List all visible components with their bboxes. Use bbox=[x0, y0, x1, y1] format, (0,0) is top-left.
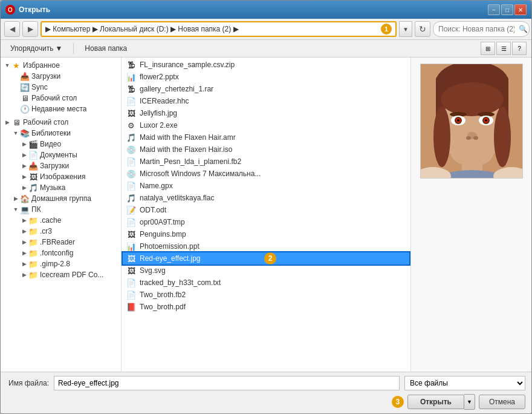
bottom-bar: Имя файла: Все файлы 3 Открыть ▼ Отмена bbox=[1, 372, 531, 413]
file-name-label: Martin_Pesn_lda_i_plameni.fb2 bbox=[140, 157, 241, 166]
help-button[interactable]: ? bbox=[512, 42, 527, 55]
open-dropdown-button[interactable]: ▼ bbox=[464, 394, 475, 410]
tree-desktop1[interactable]: 🖥 Рабочий стол bbox=[1, 93, 121, 104]
cache-label: .cache bbox=[40, 216, 61, 225]
tree-pc[interactable]: ▼ 💻 ПК bbox=[1, 204, 121, 215]
music-icon: 🎵 bbox=[28, 183, 38, 192]
downloads-icon: 📥 bbox=[20, 72, 30, 80]
tree-sync[interactable]: 🔄 Sync bbox=[1, 82, 121, 93]
file-item[interactable]: 📊Photoemission.ppt bbox=[123, 240, 409, 252]
file-item[interactable]: 📊flower2.pptx bbox=[123, 71, 409, 83]
file-type-icon: 💿 bbox=[125, 169, 137, 179]
fbreader-label: .FBReader bbox=[40, 238, 75, 246]
file-item[interactable]: 📕Two_broth.pdf bbox=[123, 301, 409, 313]
filetype-select[interactable]: Все файлы bbox=[404, 376, 525, 390]
file-item[interactable]: 📄ICEReader.hhc bbox=[123, 95, 409, 107]
file-item[interactable]: 🖼Svg.svg bbox=[123, 264, 409, 277]
file-item[interactable]: 🖼Penguins.bmp bbox=[123, 228, 409, 240]
icecream-folder-icon: 📁 bbox=[28, 271, 38, 279]
list-view-button[interactable]: ☰ bbox=[496, 42, 511, 55]
video-label: Видео bbox=[40, 140, 61, 148]
file-type-icon: 🖼 bbox=[125, 229, 137, 239]
file-type-icon: 🗜 bbox=[125, 60, 137, 70]
file-item[interactable]: 🖼Red-eye_effect.jpg2 bbox=[123, 252, 409, 264]
tree-homegroup[interactable]: ▶ 🏠 Домашняя группа bbox=[1, 193, 121, 204]
tree-fbreader[interactable]: ▶ 📁 .FBReader bbox=[1, 237, 121, 248]
file-item[interactable]: 💿Maid with the Flaxen Hair.iso bbox=[123, 143, 409, 156]
file-item[interactable]: 🗜gallery_chertezhi_1.rar bbox=[123, 83, 409, 95]
file-item[interactable]: 📄Two_broth.fb2 bbox=[123, 289, 409, 301]
file-item[interactable]: 📄opr00A9T.tmp bbox=[123, 216, 409, 228]
tree-video[interactable]: ▶ 🎬 Видео bbox=[1, 139, 121, 150]
tree-cache[interactable]: ▶ 📁 .cache bbox=[1, 215, 121, 226]
tree-desktop2[interactable]: ▶ 🖥 Рабочий стол bbox=[1, 117, 121, 128]
file-type-icon: 📄 bbox=[125, 181, 137, 191]
file-type-icon: 🖼 bbox=[125, 254, 137, 263]
tree-documents[interactable]: ▶ 📄 Документы bbox=[1, 150, 121, 160]
tree-downloads2[interactable]: ▶ 📥 Загрузки bbox=[1, 160, 121, 171]
organize-button[interactable]: Упорядочить ▼ bbox=[5, 43, 67, 54]
file-name-label: FL_insurance_sample.csv.zip bbox=[140, 61, 235, 69]
cancel-button[interactable]: Отмена bbox=[479, 395, 525, 409]
tree-music[interactable]: ▶ 🎵 Музыка bbox=[1, 182, 121, 193]
grid-view-button[interactable]: ⊞ bbox=[481, 42, 495, 55]
file-name-label: Svg.svg bbox=[140, 266, 166, 275]
file-item[interactable]: 🗜FL_insurance_sample.csv.zip bbox=[123, 59, 409, 71]
file-name-label: Name.gpx bbox=[140, 182, 173, 190]
file-name-label: flower2.pptx bbox=[140, 73, 179, 81]
svg-point-13 bbox=[457, 119, 459, 122]
filename-label: Имя файла: bbox=[7, 379, 49, 387]
forward-button[interactable]: ▶ bbox=[22, 21, 38, 37]
favorites-label: Избранное bbox=[23, 61, 60, 70]
file-name-label: Photoemission.ppt bbox=[140, 242, 199, 251]
file-type-icon: 📝 bbox=[125, 205, 137, 215]
tree-recent[interactable]: 🕐 Недавние места bbox=[1, 104, 121, 114]
filename-input[interactable] bbox=[54, 376, 400, 390]
tree-downloads[interactable]: 📥 Загрузки bbox=[1, 71, 121, 82]
desktop-icon: 🖥 bbox=[20, 94, 30, 102]
file-item[interactable]: 💿Microsoft Windows 7 Максимальна... bbox=[123, 168, 409, 180]
address-bar[interactable]: ▶ Компьютер ▶ Локальный диск (D:) ▶ Нова… bbox=[41, 21, 397, 37]
fontconfig-folder-icon: 📁 bbox=[28, 249, 38, 257]
icecream-label: Icecream PDF Co... bbox=[40, 271, 103, 279]
tree-images[interactable]: ▶ 🖼 Изображения bbox=[1, 171, 121, 182]
tree-gimp[interactable]: ▶ 📁 .gimp-2.8 bbox=[1, 258, 121, 269]
fbreader-folder-icon: 📁 bbox=[28, 238, 38, 246]
tree-libraries[interactable]: ▼ 📚 Библиотеки bbox=[1, 128, 121, 139]
search-input[interactable] bbox=[433, 21, 530, 37]
file-name-label: ICEReader.hhc bbox=[140, 97, 189, 105]
address-toolbar: ◀ ▶ ▶ Компьютер ▶ Локальный диск (D:) ▶ … bbox=[1, 19, 531, 40]
desktop1-label: Рабочий стол bbox=[31, 94, 77, 102]
file-item[interactable]: ⚙Luxor 2.exe bbox=[123, 119, 409, 131]
pc-label: ПК bbox=[31, 205, 41, 214]
gimp-label: .gimp-2.8 bbox=[40, 260, 70, 268]
refresh-button[interactable]: ↻ bbox=[415, 21, 430, 37]
open-button[interactable]: Открыть bbox=[407, 395, 464, 409]
arrow-icon: ▼ bbox=[3, 62, 11, 68]
desktop2-label: Рабочий стол bbox=[23, 118, 68, 126]
file-item[interactable]: 🖼Jellyfish.jpg bbox=[123, 107, 409, 119]
file-item[interactable]: 📝ODT.odt bbox=[123, 204, 409, 216]
file-item[interactable]: 📄Martin_Pesn_lda_i_plameni.fb2 bbox=[123, 156, 409, 168]
close-button[interactable]: ✕ bbox=[514, 4, 527, 15]
file-name-label: natalya_vetlitskaya.flac bbox=[140, 194, 214, 202]
tree-cr3[interactable]: ▶ 📁 .cr3 bbox=[1, 226, 121, 237]
file-name-label: Luxor 2.exe bbox=[140, 121, 178, 130]
homegroup-label: Домашняя группа bbox=[31, 194, 91, 203]
address-dropdown-button[interactable]: ▼ bbox=[399, 21, 412, 37]
file-item[interactable]: 🎵natalya_vetlitskaya.flac bbox=[123, 192, 409, 204]
documents-icon: 📄 bbox=[28, 151, 38, 159]
file-item[interactable]: 📄tracked_by_h33t_com.txt bbox=[123, 277, 409, 289]
libraries-icon: 📚 bbox=[20, 129, 30, 137]
minimize-button[interactable]: − bbox=[488, 4, 500, 15]
tree-icecream[interactable]: ▶ 📁 Icecream PDF Co... bbox=[1, 269, 121, 280]
file-item[interactable]: 📄Name.gpx bbox=[123, 180, 409, 192]
maximize-button[interactable]: □ bbox=[501, 4, 513, 15]
svg-point-16 bbox=[466, 136, 471, 140]
open-file-dialog: O Открыть − □ ✕ ◀ ▶ ▶ Компьютер ▶ Локаль… bbox=[0, 0, 532, 414]
new-folder-button[interactable]: Новая папка bbox=[80, 43, 132, 54]
tree-favorites[interactable]: ▼ ★ Избранное bbox=[1, 60, 121, 71]
back-button[interactable]: ◀ bbox=[4, 21, 20, 37]
tree-fontconfig[interactable]: ▶ 📁 .fontconfig bbox=[1, 248, 121, 258]
file-item[interactable]: 🎵Maid with the Flaxen Hair.amr bbox=[123, 131, 409, 143]
